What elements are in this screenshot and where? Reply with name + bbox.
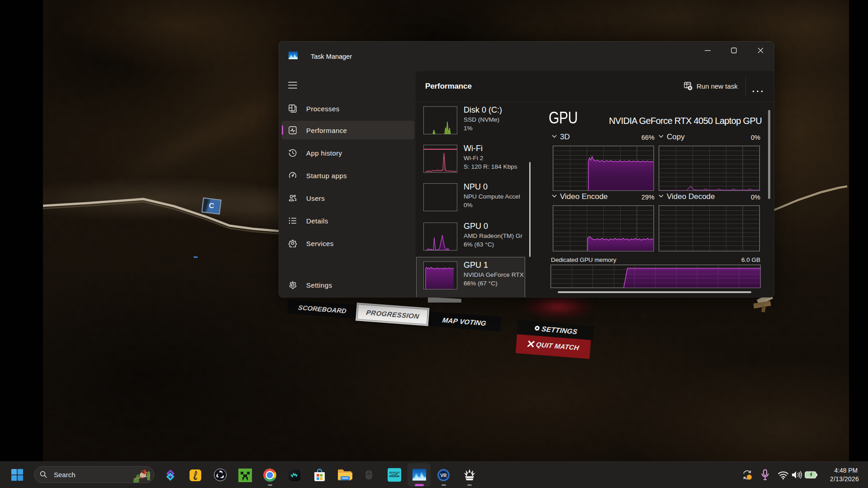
svg-text:music: music xyxy=(389,474,400,478)
svg-text:amazon: amazon xyxy=(389,471,400,474)
svg-text:VR: VR xyxy=(441,473,447,478)
